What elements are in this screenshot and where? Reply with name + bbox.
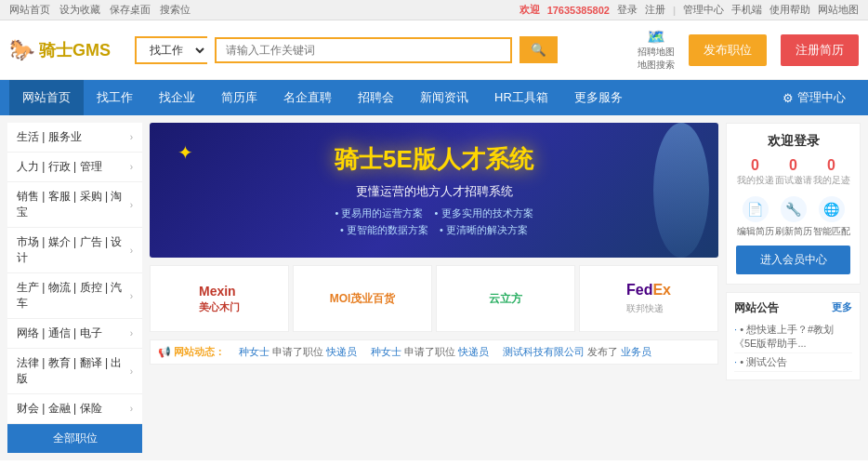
nav-admin-center[interactable]: ⚙ 管理中心	[769, 80, 859, 115]
chevron-right-icon: ›	[130, 366, 133, 377]
sidebar-label: 生产 | 物流 | 质控 | 汽车	[17, 280, 130, 312]
nav-resume[interactable]: 简历库	[208, 80, 270, 115]
banner-features: • 更易用的运营方案 • 更多实用的技术方案 • 更智能的数据方案 • 更清晰的…	[335, 205, 533, 238]
moi-logo: MOI茂业百货	[330, 291, 396, 307]
nav-find-job[interactable]: 找工作	[84, 80, 146, 115]
notice-item-1[interactable]: • 想快速上手？#教划 《5E版帮助手...	[734, 321, 852, 353]
company-logos-row: Mexin美心木门 MOI茂业百货 云立方 FedEx 联邦快递	[150, 265, 718, 332]
refresh-resume-icon: 🔧	[781, 196, 807, 222]
sidebar-label: 销售 | 客服 | 采购 | 淘宝	[17, 189, 130, 220]
refresh-resume-action[interactable]: 🔧 刷新简历	[775, 196, 812, 238]
stat-footprint: 0 我的足迹	[813, 157, 850, 187]
sidebar-label: 财会 | 金融 | 保险	[17, 401, 102, 417]
category-sidebar: 生活 | 服务业 › 人力 | 行政 | 管理 › 销售 | 客服 | 采购 |…	[7, 123, 142, 453]
chevron-right-icon: ›	[130, 200, 133, 210]
map-text: 招聘地图	[638, 46, 675, 59]
bookmark-link[interactable]: 设为收藏	[59, 3, 100, 17]
notice-box: 网站公告 更多 • 想快速上手？#教划 《5E版帮助手... • 测试公告	[726, 292, 861, 380]
location-text: 地图搜索	[638, 59, 675, 72]
sidebar-item-network[interactable]: 网络 | 通信 | 电子 ›	[7, 319, 142, 349]
login-link[interactable]: 登录	[617, 3, 638, 17]
nav-famous-company[interactable]: 名企直聘	[270, 80, 345, 115]
chevron-right-icon: ›	[130, 132, 133, 142]
edit-resume-action[interactable]: 📄 编辑简历	[737, 196, 774, 238]
sidebar-item-marketing[interactable]: 市场 | 媒介 | 广告 | 设计 ›	[7, 228, 142, 273]
sidebar-label: 生活 | 服务业	[17, 129, 82, 145]
mexin-logo: Mexin美心木门	[199, 284, 240, 314]
nav-hr-tools[interactable]: HR工具箱	[481, 80, 561, 115]
quick-actions-row: 📄 编辑简历 🔧 刷新简历 🌐 智能匹配	[736, 196, 850, 238]
stat-applications: 0 我的投递	[737, 157, 774, 187]
chevron-right-icon: ›	[130, 246, 133, 256]
company-logo-moi[interactable]: MOI茂业百货	[293, 265, 432, 332]
help-link[interactable]: 使用帮助	[769, 3, 810, 17]
applications-count: 0	[737, 157, 774, 174]
stat-interviews: 0 面试邀请	[775, 157, 812, 187]
smart-match-action[interactable]: 🌐 智能匹配	[813, 196, 850, 238]
activity-label: 📢 网站动态：	[158, 345, 225, 359]
star-decoration: ✦	[178, 141, 193, 164]
header: 🐎 骑士GMS 找工作 🔍 🗺️ 招聘地图 地图搜索 发布职位 注册简历	[0, 20, 868, 80]
smart-match-label: 智能匹配	[813, 225, 850, 238]
sidebar-item-life[interactable]: 生活 | 服务业 ›	[7, 123, 142, 153]
company-logo-yunlida[interactable]: 云立方	[436, 265, 575, 332]
register-resume-button[interactable]: 注册简历	[781, 34, 859, 66]
search-input[interactable]	[215, 37, 512, 63]
hero-banner[interactable]: ✦ 骑士5E版人才系统 更懂运营的地方人才招聘系统 • 更易用的运营方案 • 更…	[150, 123, 718, 258]
center-content: ✦ 骑士5E版人才系统 更懂运营的地方人才招聘系统 • 更易用的运营方案 • 更…	[150, 123, 718, 453]
notice-item-2[interactable]: • 测试公告	[734, 353, 852, 372]
search-button[interactable]: 🔍	[519, 36, 558, 63]
map-search[interactable]: 🗺️ 招聘地图 地图搜索	[638, 28, 675, 72]
desktop-link[interactable]: 保存桌面	[110, 3, 151, 17]
yunlida-logo: 云立方	[489, 291, 522, 307]
admin-link[interactable]: 管理中心	[683, 3, 724, 17]
top-bar-left: 网站首页 设为收藏 保存桌面 搜索位	[9, 3, 191, 17]
enter-member-center-button[interactable]: 进入会员中心	[736, 246, 850, 274]
nav-home[interactable]: 网站首页	[9, 80, 84, 115]
fedex-logo: FedEx 联邦快递	[626, 282, 671, 315]
activity-item-3: 测试科技有限公司 发布了 业务员	[503, 345, 651, 359]
company-logo-fedex[interactable]: FedEx 联邦快递	[579, 265, 718, 332]
company-logo-mexin[interactable]: Mexin美心木门	[150, 265, 289, 332]
login-title: 欢迎登录	[736, 133, 850, 150]
search-pos-link[interactable]: 搜索位	[160, 3, 191, 17]
nav-find-company[interactable]: 找企业	[146, 80, 208, 115]
activity-position-2[interactable]: 快递员	[458, 346, 489, 357]
search-category-select[interactable]: 找工作	[135, 36, 207, 64]
top-bar-right: 欢迎 17635385802 登录 注册 | 管理中心 手机端 使用帮助 网站地…	[519, 3, 859, 17]
sidebar-item-sales[interactable]: 销售 | 客服 | 采购 | 淘宝 ›	[7, 182, 142, 228]
chevron-right-icon: ›	[130, 404, 133, 414]
register-link[interactable]: 注册	[645, 3, 665, 17]
refresh-resume-label: 刷新简历	[775, 225, 812, 238]
activity-name-1[interactable]: 种女士	[239, 346, 270, 357]
chevron-right-icon: ›	[130, 162, 133, 172]
sidebar-item-production[interactable]: 生产 | 物流 | 质控 | 汽车 ›	[7, 273, 142, 319]
publish-job-button[interactable]: 发布职位	[689, 34, 767, 66]
activity-name-2[interactable]: 种女士	[371, 346, 401, 357]
logo[interactable]: 🐎 骑士GMS	[9, 38, 121, 62]
sidebar-item-hr[interactable]: 人力 | 行政 | 管理 ›	[7, 153, 142, 182]
search-area: 找工作 🔍	[135, 36, 614, 64]
admin-label: 管理中心	[797, 89, 846, 106]
sitemap-link[interactable]: 网站地图	[818, 3, 859, 17]
notice-more-link[interactable]: 更多	[832, 300, 852, 316]
nav-job-fair[interactable]: 招聘会	[345, 80, 407, 115]
sidebar-label: 市场 | 媒介 | 广告 | 设计	[17, 234, 130, 266]
banner-decoration	[653, 123, 709, 258]
welcome-text: 欢迎	[519, 3, 540, 17]
activity-icon: 📢	[158, 346, 171, 358]
activity-position-3[interactable]: 业务员	[621, 346, 651, 357]
activity-position-1[interactable]: 快递员	[326, 346, 357, 357]
nav-news[interactable]: 新闻资讯	[407, 80, 481, 115]
mobile-link[interactable]: 手机端	[731, 3, 762, 17]
sidebar-label: 法律 | 教育 | 翻译 | 出版	[17, 355, 130, 387]
sidebar-label: 人力 | 行政 | 管理	[17, 159, 102, 175]
sidebar-all-jobs[interactable]: 全部职位	[7, 424, 142, 453]
banner-subtitle: 更懂运营的地方人才招聘系统	[335, 183, 533, 200]
nav-more-services[interactable]: 更多服务	[561, 80, 636, 115]
sidebar-item-legal[interactable]: 法律 | 教育 | 翻译 | 出版 ›	[7, 349, 142, 394]
activity-company-3[interactable]: 测试科技有限公司	[503, 346, 585, 357]
home-link[interactable]: 网站首页	[9, 3, 50, 17]
sidebar-item-finance[interactable]: 财会 | 金融 | 保险 ›	[7, 394, 142, 424]
logo-text: 骑士GMS	[39, 39, 111, 61]
